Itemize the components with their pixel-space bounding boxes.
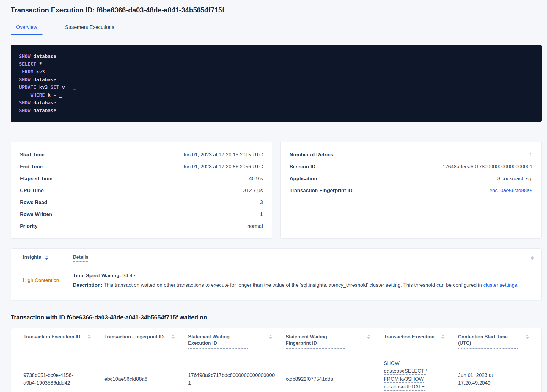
sort-caret-icon[interactable] xyxy=(88,335,91,339)
tab-statement-executions[interactable]: Statement Executions xyxy=(60,22,120,35)
sql-statement-line: WHERE k = _ xyxy=(19,91,533,99)
sort-caret-icon[interactable] xyxy=(441,335,444,339)
number-of-retries-value: 0 xyxy=(530,152,532,158)
column-header-transaction-fingerprint-id: Transaction Fingerprint ID xyxy=(104,334,188,342)
execution-details-card: Start TimeJun 01, 2023 at 17:20:15:2015 … xyxy=(11,142,272,239)
column-header-statement-waiting-fingerprint-id: Statement Waiting Fingerprint ID xyxy=(286,334,384,349)
session-id-label: Session ID xyxy=(290,164,315,170)
detail-row-rows-read: Rows Read3 xyxy=(20,197,263,208)
application-value: $ cockroach sql xyxy=(497,176,532,182)
waited-on-table-row: 9738d051-bc0e-4158-a9b4-1903586ddd42ebc1… xyxy=(23,352,531,392)
detail-row-start-time: Start TimeJun 01, 2023 at 17:20:15:2015 … xyxy=(20,149,263,161)
insight-name: High Contention xyxy=(23,277,73,283)
sort-caret-icon[interactable] xyxy=(269,335,272,339)
elapsed-time-label: Elapsed Time xyxy=(20,176,52,182)
cell-statement-waiting-execution-id: 176498a9c717bdc80000000000000001 xyxy=(188,371,286,387)
transaction-execution-label[interactable]: Transaction Execution xyxy=(384,334,435,342)
sql-text: k = _ xyxy=(45,92,62,98)
cell-statement-waiting-execution-id-wrap: 176498a9c717bdc80000000000000001 xyxy=(188,371,286,387)
sql-keyword: SHOW xyxy=(19,108,31,113)
summary-cards-row: Start TimeJun 01, 2023 at 17:20:15:2015 … xyxy=(11,142,542,239)
sql-text: kv3 xyxy=(33,69,45,75)
caret-up-icon xyxy=(269,335,272,336)
detail-row-cpu-time: CPU Time312.7 µs xyxy=(20,185,263,197)
cell-statement-waiting-fingerprint-id: \xdb8922f077541dda xyxy=(286,375,343,383)
sort-caret-icon[interactable] xyxy=(172,335,175,339)
description-period: . xyxy=(517,282,518,288)
cell-transaction-fingerprint-id-wrap: ebc10ae56cfd88a8 xyxy=(104,375,188,383)
transaction-execution-id-label[interactable]: Transaction Execution ID xyxy=(23,334,80,342)
sql-text xyxy=(19,69,22,75)
tab-overview[interactable]: Overview xyxy=(11,22,43,35)
session-id-value: 17648a9eea6017800000000000000001 xyxy=(442,164,532,170)
caret-down-icon xyxy=(269,337,272,339)
sort-caret-icon[interactable] xyxy=(367,335,370,339)
sql-statement-line: SHOW database xyxy=(19,99,533,107)
cell-contention-start-time-utc-wrap: Jun 01, 2023 at 17:20:49:2049 xyxy=(458,371,531,387)
column-header-contention-start-time-utc: Contention Start Time (UTC) xyxy=(458,334,531,349)
sql-text: database xyxy=(31,108,56,113)
column-header-details[interactable]: Details xyxy=(73,255,88,262)
sort-caret-icon[interactable] xyxy=(45,255,48,260)
sql-statement-line: SHOW database xyxy=(19,53,533,60)
page-title: Transaction Execution ID: f6be6366-da03-… xyxy=(11,6,542,15)
statement-waiting-fingerprint-id-label[interactable]: Statement Waiting Fingerprint ID xyxy=(286,334,345,349)
insights-table-card: Insights Details High Contention Time Sp… xyxy=(11,248,542,300)
time-spent-waiting-label: Time Spent Waiting: xyxy=(73,273,121,278)
insight-row: High Contention Time Spent Waiting: 34.4… xyxy=(23,265,529,297)
sql-keyword: SHOW xyxy=(19,77,31,82)
cell-transaction-fingerprint-id: ebc10ae56cfd88a8 xyxy=(104,375,158,383)
sql-keyword: SET xyxy=(51,84,59,90)
column-header-transaction-execution-id: Transaction Execution ID xyxy=(23,334,104,342)
statement-waiting-execution-id-label[interactable]: Statement Waiting Execution ID xyxy=(188,334,248,349)
sort-caret-icon[interactable] xyxy=(531,256,534,260)
detail-row-elapsed-time: Elapsed Time40.9 s xyxy=(20,173,263,185)
cell-transaction-execution[interactable]: SHOW databaseSELECT * FROM kv3SHOW datab… xyxy=(384,360,440,392)
divider xyxy=(17,297,535,297)
sql-statement-line: SHOW database xyxy=(19,76,533,84)
column-header-insights[interactable]: Insights xyxy=(23,255,41,262)
priority-label: Priority xyxy=(20,223,38,229)
transaction-execution-page: Transaction Execution ID: f6be6366-da03-… xyxy=(0,0,547,392)
transaction-fingerprint-id-label: Transaction Fingerprint ID xyxy=(290,188,353,194)
contention-start-time-utc-label[interactable]: Contention Start Time (UTC) xyxy=(458,334,518,349)
detail-row-rows-written: Rows Written1 xyxy=(20,208,263,220)
caret-down-icon xyxy=(172,337,175,339)
column-header-statement-waiting-execution-id: Statement Waiting Execution ID xyxy=(188,334,286,349)
sql-keyword: FROM xyxy=(22,69,34,75)
rows-written-label: Rows Written xyxy=(20,211,52,217)
column-header-transaction-execution: Transaction Execution xyxy=(384,334,458,342)
sql-statement-line: SELECT * xyxy=(19,60,533,68)
caret-down-icon xyxy=(367,337,370,339)
start-time-label: Start Time xyxy=(20,152,45,158)
insights-table-header: Insights Details xyxy=(23,249,529,265)
detail-row-application: Application$ cockroach sql xyxy=(290,173,532,185)
sql-text: * xyxy=(36,61,42,67)
transaction-fingerprint-id-value[interactable]: ebc10ae56cfd88a8 xyxy=(489,188,532,194)
sql-statement-line: UPDATE kv3 SET v = _ xyxy=(19,84,533,91)
rows-read-value: 3 xyxy=(260,200,263,206)
cpu-time-value: 312.7 µs xyxy=(243,188,263,194)
detail-row-number-of-retries: Number of Retries0 xyxy=(290,149,532,161)
sql-statement-line: FROM kv3 xyxy=(19,68,533,76)
transaction-fingerprint-id-label[interactable]: Transaction Fingerprint ID xyxy=(104,334,164,342)
sql-text xyxy=(19,92,31,98)
detail-row-transaction-fingerprint-id: Transaction Fingerprint IDebc10ae56cfd88… xyxy=(290,185,532,197)
sort-caret-icon[interactable] xyxy=(526,335,529,339)
session-details-card: Number of Retries0Session ID17648a9eea60… xyxy=(280,142,542,239)
priority-value: normal xyxy=(247,223,263,229)
tab-bar: Overview Statement Executions xyxy=(11,22,542,35)
caret-up-icon xyxy=(441,335,444,336)
sql-statements-box: SHOW databaseSELECT * FROM kv3SHOW datab… xyxy=(11,45,542,122)
elapsed-time-value: 40.9 s xyxy=(249,176,263,182)
cluster-settings-link[interactable]: cluster settings xyxy=(483,282,517,288)
rows-read-label: Rows Read xyxy=(20,200,47,206)
number-of-retries-label: Number of Retries xyxy=(290,152,333,158)
cell-transaction-execution-id-wrap: 9738d051-bc0e-4158-a9b4-1903586ddd42 xyxy=(23,371,104,387)
caret-down-icon xyxy=(88,337,91,339)
sql-text: kv3 xyxy=(36,84,51,90)
end-time-value: Jun 01, 2023 at 17:20:56:2056 UTC xyxy=(183,164,263,170)
sql-text: v = _ xyxy=(59,84,76,90)
caret-up-icon xyxy=(172,335,175,336)
time-spent-waiting-value: 34.4 s xyxy=(122,273,136,278)
